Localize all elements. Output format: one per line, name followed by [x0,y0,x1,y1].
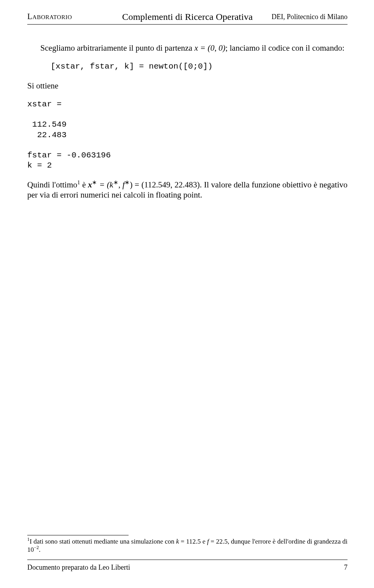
p3-values: ) = (112.549, 22.483) [130,180,200,189]
code-block-2: xstar = 112.549 22.483 fstar = -0.063196… [27,99,348,171]
paragraph-2: Si ottiene [27,81,348,91]
footnote-rule [27,535,129,535]
footer-prepared: Documento preparato da Leo Liberti [27,563,130,572]
p1-text-b: ; lanciamo il codice con il comando: [225,43,344,53]
code-block-1: [xstar, fstar, k] = newton([0;0]) [51,62,348,72]
p3-comma-f: , f [118,180,125,189]
content-area: Scegliamo arbitrariamente il punto di pa… [27,43,348,202]
footnote-text-a: I dati sono stati ottenuti mediante una … [30,538,176,545]
footnote-exp: −2 [34,545,39,550]
footnote: 1I dati sono stati ottenuti mediante una… [27,537,348,554]
p3-x-star: ∗ [92,179,97,185]
p1-math: x = (0, 0) [194,43,225,53]
footnote-ref: 1 [77,179,80,185]
footnote-k-eq: = 112.5 e [179,538,207,545]
paragraph-1: Scegliamo arbitrariamente il punto di pa… [27,43,348,53]
p3-f-star: ∗ [125,179,130,185]
p3-k-star: ∗ [113,179,118,185]
p3-x: x [88,180,92,189]
header-right: DEI, Politecnico di Milano [272,13,348,21]
p3-text-a: Quindi l'ottimo [27,180,77,189]
p3-eq-open: = (k [97,180,113,189]
page: Laboratorio Complementi di Ricerca Opera… [0,0,374,588]
footer-rule [27,560,348,560]
p3-text-b: è [80,180,88,189]
p1-text-a: Scegliamo arbitrariamente il punto di pa… [41,43,194,53]
page-footer: Documento preparato da Leo Liberti 7 [27,563,348,572]
footer-page-number: 7 [344,563,348,572]
page-header: Laboratorio Complementi di Ricerca Opera… [27,12,348,21]
footnote-dot: . [39,546,41,553]
paragraph-3: Quindi l'ottimo1 è x∗ = (k∗, f∗) = (112.… [27,180,348,200]
header-rule [27,24,348,25]
